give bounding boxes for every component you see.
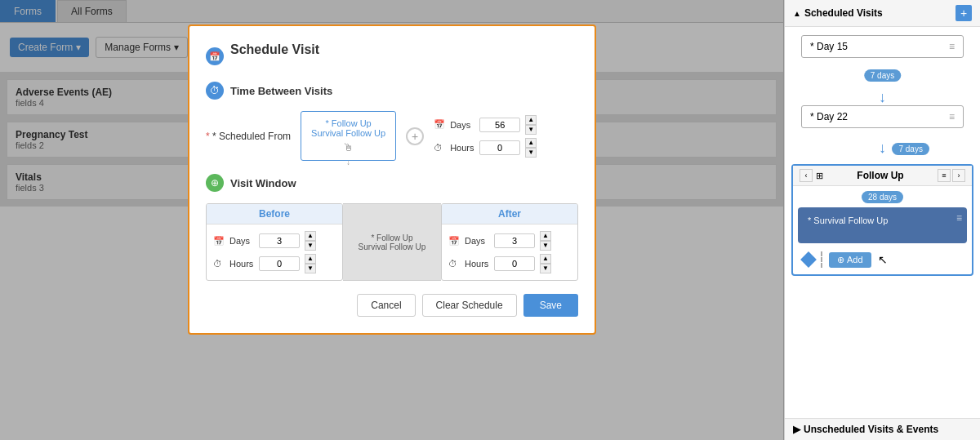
- survival-menu-icon[interactable]: ≡: [956, 212, 962, 224]
- clock-small-icon: ⏱: [434, 143, 445, 153]
- survival-followup-box[interactable]: * Survival Follow Up ≡: [798, 207, 967, 243]
- calendar-small-icon: 📅: [434, 119, 445, 130]
- cancel-button[interactable]: Cancel: [357, 294, 415, 317]
- hours-up-button[interactable]: ▲: [525, 138, 537, 148]
- days-input[interactable]: [479, 118, 520, 132]
- after-header: After: [442, 204, 577, 224]
- followup-title: Follow Up: [857, 170, 903, 181]
- hours-input[interactable]: [479, 140, 520, 155]
- add-button[interactable]: ⊕ Add: [829, 252, 871, 268]
- day22-box[interactable]: * Day 22 ≡: [801, 105, 964, 128]
- visit-window-icon: ⊕: [206, 174, 224, 192]
- clock-before-icon: ⏱: [213, 259, 225, 269]
- calendar-before-icon: 📅: [213, 236, 225, 247]
- unscheduled-section: ▶ Unscheduled Visits & Events: [785, 418, 980, 440]
- sv-header-left: ▲ Scheduled Visits: [793, 7, 883, 19]
- time-between-row: * * Scheduled From * Follow Up Survival …: [206, 111, 578, 161]
- time-icon: ⏱: [206, 82, 224, 100]
- clock-after-icon: ⏱: [448, 259, 460, 269]
- followup-header: ‹ ⊞ Follow Up ≡ ›: [793, 166, 972, 186]
- before-hours-up[interactable]: ▲: [305, 254, 316, 264]
- save-button[interactable]: Save: [523, 294, 578, 317]
- after-body: 📅 Days ▲ ▼ ⏱ Hours: [442, 224, 577, 280]
- day15-box[interactable]: * Day 15 ≡: [801, 35, 964, 58]
- followup-menu-button[interactable]: ≡: [938, 169, 951, 182]
- days-spinners: ▲ ▼: [525, 115, 537, 135]
- dashed-line: [821, 251, 822, 268]
- day22-label: * Day 22: [810, 111, 848, 122]
- before-header: Before: [207, 204, 342, 224]
- before-days-down[interactable]: ▼: [305, 241, 316, 251]
- after-label: After: [498, 208, 521, 220]
- after-days-label: Days: [465, 236, 489, 246]
- followup-prev-button[interactable]: ‹: [800, 169, 813, 182]
- after-hours-label: Hours: [465, 259, 489, 269]
- hours-row: ⏱ Hours ▲ ▼: [434, 138, 537, 158]
- followup-nav-left: ‹ ⊞: [800, 169, 823, 182]
- after-panel: After 📅 Days ▲ ▼: [441, 203, 578, 281]
- days-row: 📅 Days ▲ ▼: [434, 115, 537, 135]
- calendar-icon: 📅: [206, 47, 224, 65]
- left-panel: Forms All Forms Create Form ▾ Manage For…: [0, 0, 784, 440]
- hours-down-button[interactable]: ▼: [525, 148, 537, 158]
- before-hours-down[interactable]: ▼: [305, 264, 316, 273]
- days-down-button[interactable]: ▼: [525, 125, 537, 135]
- menu-icon-day15[interactable]: ≡: [949, 41, 955, 52]
- after-days-up[interactable]: ▲: [540, 231, 551, 241]
- followup-controls: ≡ ›: [938, 169, 965, 182]
- schedule-visit-modal: 📅 Schedule Visit ⏱ Time Between Visits *…: [188, 24, 596, 335]
- plus-icon-add: ⊕: [837, 255, 844, 265]
- center-visit-label: * Follow UpSurvival Follow Up: [359, 233, 426, 251]
- before-hours-row: ⏱ Hours ▲ ▼: [213, 254, 336, 273]
- after-hours-input[interactable]: [494, 256, 535, 271]
- schedule-canvas: * Day 15 ≡ 7 days ↓ * Day 22 ≡ ↓ 7 days: [785, 27, 980, 418]
- visit-window-center: * Follow UpSurvival Follow Up: [343, 203, 441, 281]
- menu-icon-day22[interactable]: ≡: [949, 111, 955, 122]
- calendar-after-icon: 📅: [448, 236, 460, 247]
- before-hours-input[interactable]: [259, 256, 300, 271]
- add-visit-button[interactable]: +: [956, 5, 972, 21]
- from-box-line1: * Follow Up: [311, 118, 385, 128]
- visit-window-section: ⊕ Visit Window: [206, 174, 578, 192]
- before-panel: Before 📅 Days ▲ ▼: [206, 203, 343, 281]
- scheduled-from-label: * * Scheduled From: [206, 131, 291, 142]
- days-badge-7-1: 7 days: [864, 69, 901, 81]
- time-section-title: Time Between Visits: [230, 85, 332, 97]
- arrow-down-1: ↓: [879, 89, 886, 106]
- plus-add-icon[interactable]: +: [406, 127, 424, 145]
- survival-label: * Survival Follow Up: [808, 216, 888, 225]
- scheduled-visits-title: Scheduled Visits: [804, 7, 883, 19]
- unscheduled-label: Unscheduled Visits & Events: [804, 424, 938, 435]
- clear-schedule-button[interactable]: Clear Schedule: [422, 294, 517, 317]
- add-row: ⊕ Add ↖: [798, 250, 967, 269]
- add-label: Add: [847, 255, 863, 264]
- after-hours-row: ⏱ Hours ▲ ▼: [448, 254, 571, 273]
- days-up-button[interactable]: ▲: [525, 115, 537, 125]
- after-days-row: 📅 Days ▲ ▼: [448, 231, 571, 251]
- before-days-up[interactable]: ▲: [305, 231, 316, 241]
- hours-spinners: ▲ ▼: [525, 138, 537, 158]
- days-7-label: 7 days: [864, 69, 901, 82]
- scheduled-visits-header: ▲ Scheduled Visits +: [785, 0, 980, 27]
- before-days-input[interactable]: [259, 233, 300, 248]
- diamond-icon: [800, 251, 817, 268]
- days-28-label: 28 days: [862, 191, 903, 203]
- scheduled-from-box[interactable]: * Follow Up Survival Follow Up 🖱: [301, 111, 396, 161]
- before-body: 📅 Days ▲ ▼ ⏱ Hours: [207, 224, 342, 280]
- days-7-2-label: 7 days: [892, 143, 929, 155]
- modal-footer: Cancel Clear Schedule Save: [206, 294, 578, 317]
- after-days-down[interactable]: ▼: [540, 241, 551, 251]
- days-badge-7-2: 7 days: [892, 143, 929, 154]
- collapse-icon[interactable]: ▲: [793, 9, 801, 18]
- before-days-label: Days: [229, 236, 254, 246]
- days-label: Days: [450, 120, 474, 130]
- followup-next-button[interactable]: ›: [952, 169, 965, 182]
- followup-body: 28 days * Survival Follow Up ≡ ⊕ Add: [793, 186, 972, 274]
- after-hours-down[interactable]: ▼: [540, 264, 551, 273]
- from-box-line2: Survival Follow Up: [311, 128, 385, 138]
- unscheduled-header[interactable]: ▶ Unscheduled Visits & Events: [793, 424, 972, 435]
- after-days-input[interactable]: [494, 233, 535, 248]
- after-hours-up[interactable]: ▲: [540, 254, 551, 264]
- before-hours-label: Hours: [229, 259, 254, 269]
- cursor-indicator: ↖: [878, 253, 888, 266]
